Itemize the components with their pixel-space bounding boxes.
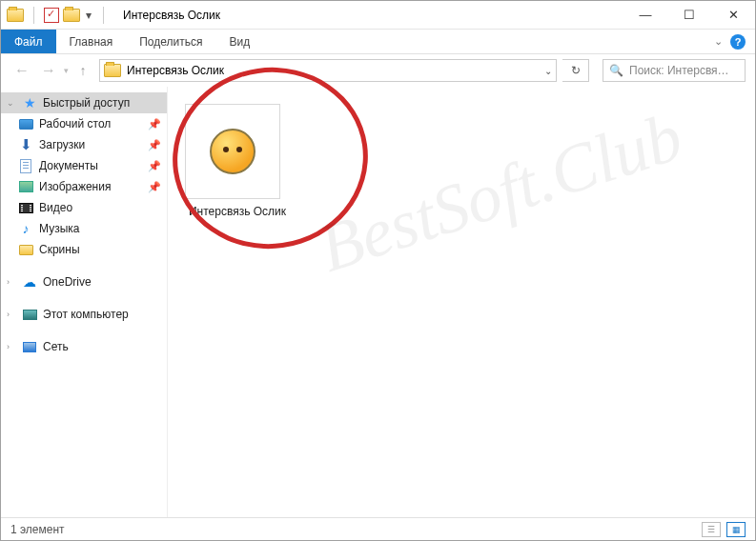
sidebar-item-quick-access[interactable]: ⌄ ★ Быстрый доступ: [1, 92, 167, 113]
folder-icon: [104, 64, 121, 77]
tab-share[interactable]: Поделиться: [126, 30, 215, 53]
sidebar-item-network[interactable]: › Сеть: [1, 336, 167, 357]
sidebar-item-label: Изображения: [39, 180, 111, 193]
window-title: Интерсвязь Ослик: [123, 9, 220, 22]
network-icon: [23, 342, 36, 352]
up-button[interactable]: ↑: [72, 60, 93, 81]
sidebar-item-label: Видео: [39, 201, 72, 214]
file-thumbnail: [185, 104, 280, 199]
tab-home[interactable]: Главная: [56, 30, 127, 53]
navigation-bar: ← → ▾ ↑ Интерсвязь Ослик ⌄ ↻ 🔍 Поиск: Ин…: [1, 54, 755, 87]
address-dropdown-icon[interactable]: ⌄: [544, 66, 552, 76]
sidebar-item-label: Музыка: [39, 222, 79, 235]
sidebar-item-label: Сеть: [43, 340, 69, 353]
sidebar-item-desktop[interactable]: Рабочий стол 📌: [1, 113, 167, 134]
properties-icon[interactable]: [44, 8, 59, 23]
chevron-right-icon[interactable]: ›: [7, 342, 16, 351]
navigation-pane: ⌄ ★ Быстрый доступ Рабочий стол 📌 ⬇ Загр…: [1, 87, 168, 517]
sidebar-item-label: Скрины: [39, 243, 80, 256]
pin-icon: 📌: [148, 118, 161, 130]
maximize-button[interactable]: ☐: [667, 1, 711, 29]
sidebar-item-label: OneDrive: [43, 275, 92, 289]
desktop-icon: [19, 119, 33, 130]
computer-icon: [23, 310, 37, 320]
address-bar[interactable]: Интерсвязь Ослик ⌄: [99, 59, 557, 82]
separator: [103, 7, 104, 24]
folder-icon: [19, 245, 33, 255]
help-icon[interactable]: ?: [730, 34, 746, 50]
pin-icon: 📌: [148, 139, 161, 151]
sidebar-item-label: Быстрый доступ: [43, 96, 130, 110]
new-folder-icon[interactable]: [63, 9, 80, 22]
separator: [33, 7, 34, 24]
window-controls: — ☐ ✕: [623, 1, 755, 29]
sidebar-item-documents[interactable]: Документы 📌: [1, 155, 167, 176]
breadcrumb-segment[interactable]: Интерсвязь Ослик: [127, 64, 224, 77]
sidebar-item-video[interactable]: Видео: [1, 197, 167, 218]
onedrive-icon: ☁: [22, 274, 37, 290]
back-button[interactable]: ←: [10, 59, 33, 82]
sidebar-item-this-pc[interactable]: › Этот компьютер: [1, 304, 167, 325]
sidebar-item-screenshots[interactable]: Скрины: [1, 239, 167, 260]
images-icon: [19, 181, 33, 192]
tab-view[interactable]: Вид: [215, 30, 263, 53]
status-bar: 1 элемент ☰ ▦: [1, 517, 755, 540]
star-icon: ★: [22, 95, 37, 110]
sidebar-item-onedrive[interactable]: › ☁ OneDrive: [1, 271, 167, 292]
ribbon-collapse-icon[interactable]: ⌄: [714, 35, 723, 48]
ribbon-tabs: Файл Главная Поделиться Вид ⌄ ?: [1, 30, 755, 54]
download-icon: ⬇: [18, 137, 33, 152]
file-item[interactable]: Интерсвязь Ослик: [185, 104, 290, 218]
quick-access-toolbar: ▾: [1, 7, 115, 24]
music-icon: ♪: [18, 221, 33, 236]
close-button[interactable]: ✕: [711, 1, 755, 29]
history-dropdown-icon[interactable]: ▾: [64, 66, 69, 75]
sidebar-item-label: Рабочий стол: [39, 117, 111, 130]
sidebar-item-images[interactable]: Изображения 📌: [1, 176, 167, 197]
app-icon: [210, 129, 255, 174]
video-icon: [19, 203, 33, 213]
minimize-button[interactable]: —: [623, 1, 667, 29]
search-icon: 🔍: [609, 64, 623, 77]
sidebar-item-music[interactable]: ♪ Музыка: [1, 218, 167, 239]
search-placeholder: Поиск: Интерсвя…: [629, 64, 729, 77]
refresh-button[interactable]: ↻: [562, 59, 589, 82]
forward-button[interactable]: →: [37, 59, 60, 82]
main-area: ⌄ ★ Быстрый доступ Рабочий стол 📌 ⬇ Загр…: [1, 87, 755, 517]
icons-view-button[interactable]: ▦: [726, 522, 746, 537]
file-list[interactable]: Интерсвязь Ослик: [168, 87, 755, 517]
sidebar-item-downloads[interactable]: ⬇ Загрузки 📌: [1, 134, 167, 155]
details-view-button[interactable]: ☰: [702, 522, 721, 537]
qat-dropdown-icon[interactable]: ▾: [84, 9, 93, 22]
tab-file[interactable]: Файл: [1, 30, 56, 53]
document-icon: [20, 159, 31, 173]
file-label: Интерсвязь Ослик: [185, 205, 290, 218]
pin-icon: 📌: [148, 181, 161, 193]
search-input[interactable]: 🔍 Поиск: Интерсвя…: [603, 59, 746, 82]
sidebar-item-label: Загрузки: [39, 138, 85, 151]
chevron-right-icon[interactable]: ›: [7, 277, 16, 287]
chevron-right-icon[interactable]: ›: [7, 310, 16, 319]
item-count: 1 элемент: [10, 523, 65, 536]
folder-icon[interactable]: [7, 9, 24, 22]
pin-icon: 📌: [148, 160, 161, 172]
chevron-down-icon[interactable]: ⌄: [7, 98, 16, 108]
sidebar-item-label: Документы: [39, 159, 98, 172]
sidebar-item-label: Этот компьютер: [43, 308, 129, 321]
title-bar: ▾ Интерсвязь Ослик — ☐ ✕: [1, 1, 755, 30]
